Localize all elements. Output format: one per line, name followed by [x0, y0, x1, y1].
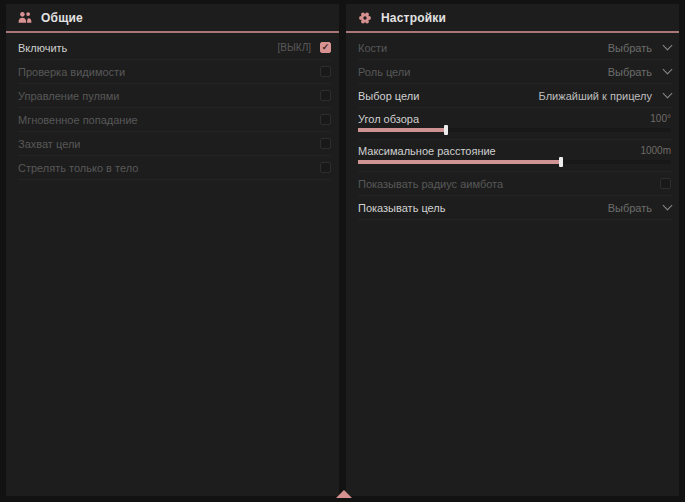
row-target-lock: Захват цели — [18, 132, 331, 156]
chevron-down-icon — [663, 65, 673, 75]
target-role-dropdown[interactable]: Выбрать — [608, 66, 671, 78]
target-selection-dropdown-value: Ближайший к прицелу — [539, 90, 652, 102]
general-rows: Включить [ВЫКЛ] Проверка видимости Управ… — [6, 33, 339, 180]
row-bones-label: Кости — [358, 42, 387, 54]
row-enable-state: [ВЫКЛ] — [278, 42, 311, 53]
row-target-role-label: Роль цели — [358, 66, 410, 78]
settings-panel-title: Настройки — [381, 11, 446, 25]
row-bullet-control-label: Управление пулями — [18, 90, 120, 102]
row-visibility-check-label: Проверка видимости — [18, 66, 125, 78]
row-target-lock-label: Захват цели — [18, 138, 80, 150]
row-instant-hit-label: Мгновенное попадание — [18, 114, 138, 126]
row-target-selection: Выбор цели Ближайший к прицелу — [358, 84, 671, 108]
row-show-target: Показывать цель Выбрать — [358, 196, 671, 220]
fov-slider-handle[interactable] — [444, 125, 448, 135]
max-distance-slider-handle[interactable] — [559, 157, 563, 167]
row-enable: Включить [ВЫКЛ] — [18, 36, 331, 60]
fov-slider[interactable] — [358, 128, 671, 132]
fov-value: 100° — [650, 113, 671, 124]
target-lock-checkbox[interactable] — [320, 138, 331, 149]
row-body-only: Стрелять только в тело — [18, 156, 331, 180]
users-icon — [18, 11, 32, 24]
instant-hit-checkbox[interactable] — [320, 114, 331, 125]
show-target-dropdown[interactable]: Выбрать — [608, 202, 671, 214]
general-panel: Общие Включить [ВЫКЛ] Проверка видимости… — [6, 4, 339, 496]
settings-panel: Настройки Кости Выбрать Роль цели Выбрат… — [346, 4, 679, 496]
show-aimbot-radius-checkbox[interactable] — [660, 178, 671, 189]
row-target-selection-label: Выбор цели — [358, 90, 419, 102]
row-max-distance: Максимальное расстояние 1000m — [358, 140, 671, 172]
bullet-control-checkbox[interactable] — [320, 90, 331, 101]
settings-panel-header: Настройки — [346, 4, 679, 33]
enable-checkbox[interactable] — [320, 42, 331, 53]
bones-dropdown[interactable]: Выбрать — [608, 42, 671, 54]
general-panel-header: Общие — [6, 4, 339, 33]
max-distance-value: 1000m — [640, 145, 671, 156]
row-instant-hit: Мгновенное попадание — [18, 108, 331, 132]
target-role-dropdown-value: Выбрать — [608, 66, 652, 78]
row-target-role: Роль цели Выбрать — [358, 60, 671, 84]
bones-dropdown-value: Выбрать — [608, 42, 652, 54]
visibility-check-checkbox[interactable] — [320, 66, 331, 77]
row-fov-label: Угол обзора — [358, 113, 419, 125]
chevron-down-icon — [663, 41, 673, 51]
show-target-dropdown-value: Выбрать — [608, 202, 652, 214]
target-selection-dropdown[interactable]: Ближайший к прицелу — [539, 90, 671, 102]
scroll-up-indicator[interactable] — [336, 490, 352, 498]
row-enable-label: Включить — [18, 42, 67, 54]
chevron-down-icon — [663, 201, 673, 211]
row-show-aimbot-radius-label: Показывать радиус аимбота — [358, 178, 503, 190]
gear-icon — [358, 11, 372, 25]
max-distance-slider-fill — [358, 160, 561, 164]
row-show-target-label: Показывать цель — [358, 202, 446, 214]
general-panel-title: Общие — [41, 11, 83, 25]
chevron-down-icon — [663, 89, 673, 99]
fov-slider-fill — [358, 128, 446, 132]
body-only-checkbox[interactable] — [320, 162, 331, 173]
row-body-only-label: Стрелять только в тело — [18, 162, 138, 174]
row-fov: Угол обзора 100° — [358, 108, 671, 140]
settings-rows: Кости Выбрать Роль цели Выбрать Выбор це… — [346, 33, 679, 220]
row-bones: Кости Выбрать — [358, 36, 671, 60]
row-max-distance-label: Максимальное расстояние — [358, 145, 496, 157]
row-show-aimbot-radius: Показывать радиус аимбота — [358, 172, 671, 196]
row-bullet-control: Управление пулями — [18, 84, 331, 108]
max-distance-slider[interactable] — [358, 160, 671, 164]
row-visibility-check: Проверка видимости — [18, 60, 331, 84]
